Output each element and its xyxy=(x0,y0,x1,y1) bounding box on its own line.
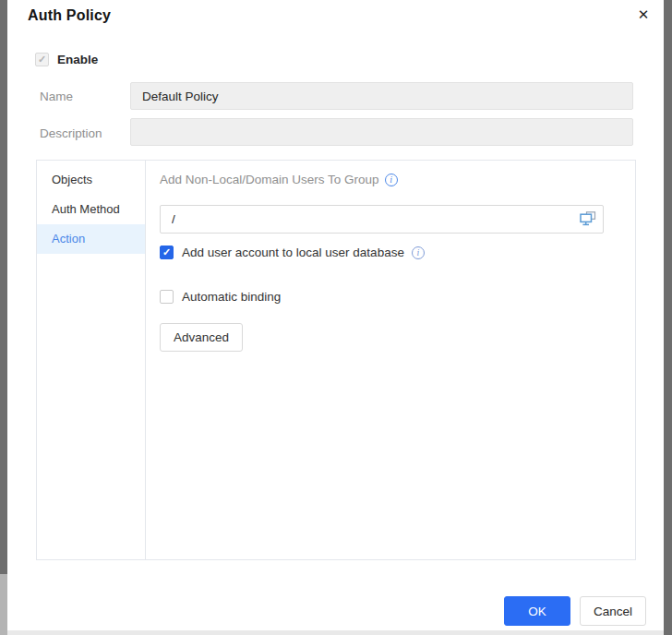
close-icon[interactable]: ✕ xyxy=(634,6,653,24)
background-overlay-left xyxy=(0,0,7,635)
local-db-row: ✓ Add user account to local user databas… xyxy=(160,246,425,259)
background-overlay-left-lower xyxy=(0,574,7,635)
browse-group-icon[interactable] xyxy=(580,211,596,226)
local-db-label: Add user account to local user database xyxy=(182,246,404,259)
action-tab-content: Add Non-Local/Domain Users To Group i ✓ … xyxy=(146,161,635,559)
auto-bind-checkbox[interactable] xyxy=(160,290,174,304)
auth-policy-dialog: Auth Policy ✕ ✓ Enable Name Description … xyxy=(7,0,664,630)
info-icon[interactable]: i xyxy=(412,246,425,259)
description-label: Description xyxy=(40,126,102,140)
dialog-title: Auth Policy xyxy=(28,7,111,24)
group-label-row: Add Non-Local/Domain Users To Group i xyxy=(160,173,398,186)
group-input-wrap xyxy=(160,205,604,234)
background-overlay-right xyxy=(664,0,672,635)
ok-button[interactable]: OK xyxy=(504,596,570,626)
tab-list: Objects Auth Method Action xyxy=(37,161,146,559)
tab-objects[interactable]: Objects xyxy=(37,165,145,195)
local-db-checkbox[interactable]: ✓ xyxy=(160,246,174,259)
tab-action[interactable]: Action xyxy=(37,224,145,254)
auto-bind-label: Automatic binding xyxy=(182,290,281,304)
group-field-label: Add Non-Local/Domain Users To Group xyxy=(160,173,379,186)
enable-label: Enable xyxy=(57,53,98,66)
advanced-button[interactable]: Advanced xyxy=(160,323,243,352)
enable-row: ✓ Enable xyxy=(35,53,98,66)
info-icon[interactable]: i xyxy=(385,174,398,186)
policy-tab-panel: Objects Auth Method Action Add Non-Local… xyxy=(36,160,636,560)
tab-auth-method[interactable]: Auth Method xyxy=(37,195,145,224)
description-input[interactable] xyxy=(130,118,633,146)
name-input[interactable] xyxy=(130,82,633,110)
enable-checkbox[interactable]: ✓ xyxy=(35,53,49,66)
background-overlay-bottom xyxy=(7,630,664,635)
cancel-button[interactable]: Cancel xyxy=(580,596,646,626)
auto-bind-row: Automatic binding xyxy=(160,290,281,304)
group-path-input[interactable] xyxy=(160,205,604,234)
name-label: Name xyxy=(40,90,73,103)
